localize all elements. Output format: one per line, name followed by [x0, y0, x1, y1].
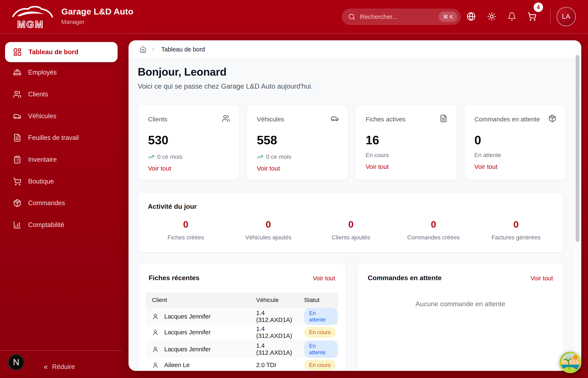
stat-card-value: 530	[148, 133, 168, 147]
tropical-island-badge[interactable]	[560, 351, 581, 373]
see-all-link[interactable]: Voir tout	[257, 165, 280, 172]
see-all-link[interactable]: Voir tout	[474, 163, 497, 170]
theme-toggle-button[interactable]	[485, 10, 498, 23]
language-globe-button[interactable]	[464, 10, 478, 23]
table-row[interactable]: Lacques Jennifer 1.4 (312.AXD1A) En cour…	[146, 324, 338, 340]
sidebar-item-clients[interactable]: Clients	[5, 84, 118, 105]
sidebar-item-comptabilite[interactable]: Comptabilité	[5, 215, 118, 235]
file-text-icon	[13, 134, 21, 142]
search-input[interactable]	[360, 13, 439, 20]
see-all-link[interactable]: Voir tout	[366, 163, 389, 170]
sidebar-item-label: Véhicules	[28, 112, 56, 120]
sun-icon	[487, 12, 496, 21]
stat-card-trend: 0 ce mois	[257, 153, 291, 160]
sidebar-item-boutique[interactable]: Boutique	[5, 171, 118, 192]
shopping-cart-icon	[528, 12, 536, 21]
sidebar-collapse-button[interactable]: « Réduire	[44, 360, 75, 373]
trending-up-icon	[257, 154, 263, 160]
activity-stat: 0 Factures générées	[475, 219, 557, 241]
pending-orders-card: Commandes en attente Voir tout Aucune co…	[357, 263, 564, 371]
sidebar-item-label: Employés	[28, 69, 57, 76]
table-row[interactable]: Lacques Jennifer 1.4 (312.AXD1A) En atte…	[146, 340, 338, 357]
package-icon	[548, 114, 556, 122]
activity-stat: 0 Fiches créées	[145, 219, 227, 241]
pending-orders-title: Commandes en attente	[368, 274, 442, 282]
stat-card-vehicules: Véhicules 558 0 ce mois Voir tout	[247, 105, 348, 180]
collapse-label: Réduire	[52, 363, 75, 371]
scrollbar-thumb[interactable]	[576, 55, 579, 242]
see-all-link[interactable]: Voir tout	[531, 275, 553, 282]
chevrons-left-icon: «	[44, 363, 48, 371]
sidebar-item-label: Feuilles de travail	[28, 134, 79, 142]
brand-logo-car-icon: MGM	[11, 3, 53, 30]
sidebar-item-commandes[interactable]: Commandes	[5, 193, 118, 214]
page-title: Bonjour, Leonard	[138, 66, 226, 78]
sidebar: Tableau de bord Employés Clients Véhicul…	[0, 34, 129, 378]
sidebar-item-vehicules[interactable]: Véhicules	[5, 106, 118, 127]
layout-dashboard-icon	[13, 48, 22, 56]
user-icon	[152, 346, 159, 352]
car-icon	[331, 114, 339, 122]
activity-stat: 0 Commandes créées	[392, 219, 475, 241]
sidebar-item-label: Commandes	[28, 199, 65, 207]
package-icon	[13, 199, 21, 207]
sidebar-item-employes[interactable]: Employés	[5, 62, 118, 83]
chart-column-icon	[13, 221, 21, 229]
stat-card-title: Fiches actives	[366, 116, 405, 123]
main-panel: Tableau de bord Bonjour, Leonard Voici c…	[129, 40, 581, 371]
stat-card-title: Commandes en attente	[474, 116, 540, 123]
table-header: Client Véhicule Statut	[146, 293, 338, 308]
stat-card-status: En attente	[474, 152, 501, 159]
breadcrumb: Tableau de bord	[129, 40, 581, 59]
stat-card-value: 16	[366, 133, 379, 147]
see-all-link[interactable]: Voir tout	[148, 165, 171, 172]
cart-count-badge: 4	[534, 2, 543, 12]
notifications-button[interactable]	[505, 10, 519, 23]
sidebar-item-label: Inventaire	[28, 156, 57, 163]
bell-icon	[507, 12, 516, 21]
sidebar-item-inventaire[interactable]: Inventaire	[5, 149, 118, 170]
trending-up-icon	[148, 154, 154, 160]
framework-badge[interactable]: N	[8, 354, 24, 370]
car-icon	[13, 112, 21, 120]
stat-card-trend: 0 ce mois	[148, 153, 183, 160]
sidebar-item-label: Comptabilité	[28, 221, 64, 229]
clipboard-list-icon	[13, 155, 21, 164]
recent-sheets-table: Client Véhicule Statut Lacques Jennifer …	[146, 293, 338, 371]
sidebar-item-tableau-de-bord[interactable]: Tableau de bord	[5, 42, 118, 62]
file-text-icon	[440, 114, 448, 122]
user-icon	[152, 313, 159, 320]
stat-card-fiches-actives: Fiches actives 16 En cours Voir tout	[355, 105, 457, 180]
sidebar-divider	[0, 350, 122, 351]
stat-card-clients: Clients 530 0 ce mois Voir tout	[138, 105, 240, 180]
stat-card-status: En cours	[366, 152, 389, 159]
table-row[interactable]: Lacques Jennifer 1.4 (312.AXD1A) En atte…	[146, 308, 338, 324]
stat-card-title: Véhicules	[257, 116, 284, 123]
home-icon[interactable]	[139, 46, 147, 53]
status-badge: En cours	[304, 360, 336, 370]
user-avatar[interactable]: LA	[557, 7, 576, 26]
sidebar-item-label: Boutique	[28, 178, 54, 185]
search-icon	[348, 13, 355, 20]
top-header: MGM Garage L&D Auto Manager ⌘ K 4 LA	[0, 0, 588, 34]
user-icon	[152, 362, 159, 369]
stat-card-value: 558	[257, 133, 277, 147]
sidebar-item-label: Tableau de bord	[28, 48, 78, 56]
activity-stat: 0 Clients ajoutés	[309, 219, 392, 241]
user-icon	[152, 329, 159, 336]
activity-stats: 0 Fiches créées 0 Véhicules ajoutés 0 Cl…	[145, 219, 557, 241]
status-badge: En cours	[304, 327, 336, 338]
see-all-link[interactable]: Voir tout	[313, 275, 335, 282]
sidebar-item-label: Clients	[28, 91, 48, 98]
recent-sheets-card: Fiches récentes Voir tout Client Véhicul…	[138, 263, 346, 371]
users-icon	[13, 90, 21, 98]
hard-hat-icon	[13, 68, 21, 77]
global-search[interactable]: ⌘ K	[342, 9, 461, 25]
sidebar-item-feuilles-de-travail[interactable]: Feuilles de travail	[5, 127, 118, 148]
recent-sheets-title: Fiches récentes	[149, 274, 200, 282]
shopping-cart-icon	[13, 177, 21, 186]
table-row[interactable]: Aileen Le 2.0 TDI En cours	[146, 357, 338, 371]
stat-card-commandes-attente: Commandes en attente 0 En attente Voir t…	[464, 105, 566, 180]
status-badge: En attente	[304, 341, 338, 358]
scrollbar-track	[575, 41, 580, 370]
